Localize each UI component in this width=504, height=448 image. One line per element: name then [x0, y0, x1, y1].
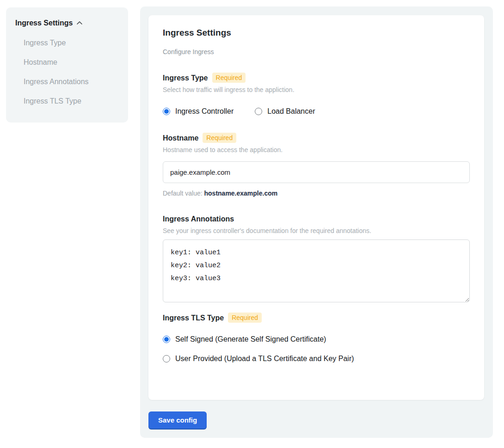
radio-option-label: Load Balancer — [267, 107, 315, 116]
sidebar-item-hostname[interactable]: Hostname — [24, 58, 119, 67]
field-label-row: Ingress TLS Type Required — [163, 313, 470, 323]
ingress-settings-card: Ingress Settings Configure Ingress Ingre… — [148, 15, 484, 400]
radio-unselected-icon[interactable] — [163, 355, 170, 362]
radio-option-ingress-controller[interactable]: Ingress Controller — [163, 107, 234, 116]
ingress-annotations-textarea[interactable]: key1: value1 key2: value2 key3: value3 — [163, 239, 470, 302]
required-badge: Required — [203, 133, 236, 143]
radio-selected-icon[interactable] — [163, 108, 170, 115]
radio-option-user-provided[interactable]: User Provided (Upload a TLS Certificate … — [163, 354, 470, 363]
required-badge: Required — [212, 73, 246, 83]
sidebar-section-toggle[interactable]: Ingress Settings — [15, 18, 119, 28]
hostname-input[interactable] — [163, 161, 470, 183]
default-value-prefix: Default value: — [163, 190, 203, 197]
hostname-default-line: Default value: hostname.example.com — [163, 189, 470, 197]
field-label-row: Ingress Type Required — [163, 73, 470, 83]
field-ingress-type: Ingress Type Required Select how traffic… — [163, 73, 470, 116]
radio-selected-icon[interactable] — [163, 336, 170, 343]
settings-panel: Ingress Settings Configure Ingress Ingre… — [140, 6, 493, 438]
hostname-label: Hostname — [163, 133, 198, 143]
sidebar-item-ingress-tls-type[interactable]: Ingress TLS Type — [24, 97, 119, 106]
sidebar-item-ingress-type[interactable]: Ingress Type — [24, 38, 119, 48]
sidebar: Ingress Settings Ingress Type Hostname I… — [6, 7, 128, 123]
ingress-annotations-help: See your ingress controller's documentat… — [163, 227, 470, 235]
field-hostname: Hostname Required Hostname used to acces… — [163, 133, 470, 197]
radio-option-label: Self Signed (Generate Self Signed Certif… — [175, 335, 326, 344]
default-value-text: hostname.example.com — [204, 190, 278, 197]
save-config-button[interactable]: Save config — [148, 411, 207, 429]
radio-option-self-signed[interactable]: Self Signed (Generate Self Signed Certif… — [163, 335, 470, 344]
required-badge: Required — [228, 313, 262, 323]
radio-option-label: Ingress Controller — [175, 107, 234, 116]
chevron-up-icon — [76, 20, 83, 26]
field-label-row: Hostname Required — [163, 133, 470, 143]
card-subtitle: Configure Ingress — [163, 48, 470, 56]
ingress-tls-type-label: Ingress TLS Type — [163, 313, 224, 323]
field-ingress-annotations: Ingress Annotations See your ingress con… — [163, 214, 470, 304]
card-title: Ingress Settings — [163, 27, 470, 38]
sidebar-item-ingress-annotations[interactable]: Ingress Annotations — [24, 77, 119, 86]
radio-option-load-balancer[interactable]: Load Balancer — [255, 107, 315, 116]
field-ingress-tls-type: Ingress TLS Type Required Self Signed (G… — [163, 313, 470, 363]
ingress-annotations-label: Ingress Annotations — [163, 214, 234, 224]
sidebar-item-list: Ingress Type Hostname Ingress Annotation… — [15, 38, 119, 106]
radio-unselected-icon[interactable] — [255, 108, 262, 115]
ingress-type-label: Ingress Type — [163, 73, 208, 83]
field-label-row: Ingress Annotations — [163, 214, 470, 224]
ingress-tls-radio-group: Self Signed (Generate Self Signed Certif… — [163, 335, 470, 363]
hostname-help: Hostname used to access the application. — [163, 146, 470, 154]
radio-option-label: User Provided (Upload a TLS Certificate … — [175, 354, 354, 363]
sidebar-section-title: Ingress Settings — [15, 18, 73, 28]
ingress-type-radio-group: Ingress Controller Load Balancer — [163, 107, 470, 116]
ingress-type-help: Select how traffic will ingress to the a… — [163, 86, 470, 94]
